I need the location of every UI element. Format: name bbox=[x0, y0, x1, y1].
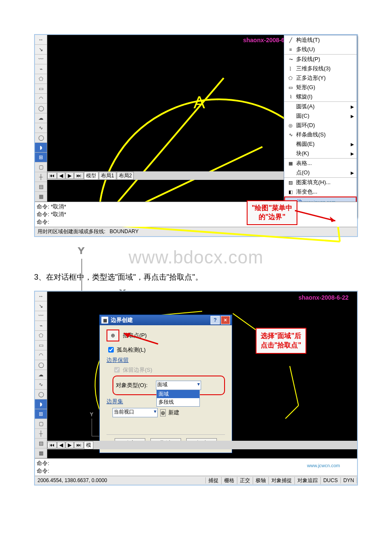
menu-polygon[interactable]: ⬠正多边形(Y) bbox=[284, 73, 357, 83]
menu-hatch[interactable]: ▨图案填充(H)... bbox=[284, 177, 357, 187]
tool-point-icon[interactable]: ┼ bbox=[35, 429, 47, 439]
tool-earc-icon[interactable]: ◗ bbox=[35, 143, 47, 153]
tool-arc-icon[interactable]: ◠ bbox=[35, 350, 47, 360]
menu-donut[interactable]: ◎圆环(D) bbox=[284, 121, 357, 130]
polar-toggle[interactable]: 极轴 bbox=[253, 477, 269, 484]
tool-region-icon[interactable]: ▦ bbox=[35, 448, 47, 458]
menu-table[interactable]: ▦表格... bbox=[284, 158, 357, 168]
ortho-toggle[interactable]: 正交 bbox=[237, 477, 253, 484]
command-window-2[interactable]: 命令: 命令: www.jcwcn.com bbox=[35, 458, 357, 476]
tab-nav-last[interactable]: ⏭ bbox=[74, 172, 84, 179]
menu-gradient[interactable]: ◧渐变色... bbox=[284, 187, 357, 197]
arrow-icon bbox=[295, 207, 342, 224]
otrack-toggle[interactable]: 对象追踪 bbox=[295, 477, 321, 484]
tab-nav-next[interactable]: ▶ bbox=[66, 172, 74, 179]
viewport-select[interactable]: 当前视口 ▾ bbox=[112, 408, 158, 417]
svg-text:Y: Y bbox=[90, 412, 93, 417]
tool-ray-icon[interactable]: ↘ bbox=[35, 45, 47, 55]
tool-point-icon[interactable]: ┼ bbox=[35, 172, 47, 182]
menu-3dpoly[interactable]: ⦚三维多段线(3) bbox=[284, 64, 357, 73]
checkbox-input[interactable] bbox=[108, 347, 114, 353]
drawing-canvas[interactable]: shaonx-2008-6-22 A X Y ⏮ ◀ bbox=[47, 35, 357, 180]
tab-nav-last[interactable]: ⏭ bbox=[74, 442, 84, 448]
tool-revcloud-icon[interactable]: ☁ bbox=[35, 113, 47, 123]
tab-layout1[interactable]: 布局1 bbox=[99, 172, 116, 180]
cmd-prompt: 命令: bbox=[37, 203, 49, 210]
layout-tabs-2: ⏮ ◀ ▶ ⏭ 模 bbox=[47, 441, 357, 449]
menu-polyline[interactable]: ⤳多段线(P) bbox=[284, 54, 357, 64]
tool-line-icon[interactable]: ↔ bbox=[35, 35, 47, 45]
drawing-canvas-2[interactable]: shaonx-2008-6-22 X Y ▦ 边界创建 bbox=[47, 292, 357, 449]
boundary-keep-group: 边界保留 bbox=[107, 356, 225, 364]
help-button-icon[interactable]: ? bbox=[210, 316, 220, 324]
tool-spline-icon[interactable]: ∿ bbox=[35, 123, 47, 133]
menu-xline[interactable]: ╱构造线(T) bbox=[284, 35, 357, 45]
menu-point[interactable]: 点(O)▶ bbox=[284, 168, 357, 177]
tab-model[interactable]: 模 bbox=[84, 441, 93, 449]
tool-arc-icon[interactable]: ◠ bbox=[35, 94, 47, 104]
tool-polygon-icon[interactable]: ⬠ bbox=[35, 74, 47, 84]
option-polyline[interactable]: 多段线 bbox=[157, 398, 199, 406]
ducs-toggle[interactable]: DUCS bbox=[321, 477, 341, 483]
close-button-icon[interactable]: × bbox=[221, 316, 230, 324]
tool-ellipse-icon[interactable]: ◯ bbox=[35, 390, 47, 399]
tab-model[interactable]: 模型 bbox=[84, 172, 98, 180]
tab-nav-first[interactable]: ⏮ bbox=[47, 172, 57, 179]
tool-region-icon[interactable]: ▦ bbox=[35, 192, 47, 202]
draw-toolbar: ↔ ↘ 〰 ⌁ ⬠ ▭ ◠ ◯ ☁ ∿ ◯ ◗ ⊞ ▢ ┼ ▤ ▦ bbox=[35, 35, 47, 202]
tab-nav-prev[interactable]: ◀ bbox=[57, 172, 65, 179]
draw-menu: ╱构造线(T) ≡多线(U) ⤳多段线(P) ⦚三维多段线(3) ⬠正多边形(Y… bbox=[284, 35, 357, 217]
menu-ellipse[interactable]: 椭圆(E)▶ bbox=[284, 139, 357, 149]
object-type-select[interactable]: 面域 ▾ 面域 多段线 bbox=[156, 381, 201, 390]
tool-hatch-icon[interactable]: ▤ bbox=[35, 182, 47, 192]
option-region[interactable]: 面域 bbox=[157, 390, 199, 398]
tool-ray-icon[interactable]: ↘ bbox=[35, 301, 47, 311]
draw-toolbar-2: ↔ ↘ 〰 ⌁ ⬠ ▭ ◠ ◯ ☁ ∿ ◯ ◗ ⊞ ▢ ┼ ▤ ▦ bbox=[35, 292, 47, 458]
tool-insert-icon[interactable]: ⊞ bbox=[35, 409, 47, 419]
menu-helix[interactable]: ⌇螺旋(I) bbox=[284, 92, 357, 101]
command-window[interactable]: 命令: *取消* 命令: *取消* 命令: "绘图"菜单中 的"边界" bbox=[35, 202, 357, 227]
tab-layout2[interactable]: 布局2 bbox=[117, 172, 134, 180]
tool-pline-icon[interactable]: ⌁ bbox=[35, 64, 47, 74]
tab-nav-prev[interactable]: ◀ bbox=[57, 442, 65, 448]
coords-display: 2006.4554, 1380.6637, 0.0000 bbox=[35, 477, 206, 483]
tool-rect-icon[interactable]: ▭ bbox=[35, 84, 47, 94]
new-pick-button[interactable]: ⊕ bbox=[160, 409, 166, 416]
tool-hatch-icon[interactable]: ▤ bbox=[35, 439, 47, 448]
menu-circle[interactable]: 圆(C)▶ bbox=[284, 111, 357, 121]
tab-nav-first[interactable]: ⏮ bbox=[47, 442, 57, 448]
tool-block-icon[interactable]: ▢ bbox=[35, 419, 47, 429]
svg-line-13 bbox=[290, 366, 299, 406]
tool-polygon-icon[interactable]: ⬠ bbox=[35, 331, 47, 341]
menu-mline[interactable]: ≡多线(U) bbox=[284, 45, 357, 54]
keep-boundary-checkbox: 保留边界(S) bbox=[112, 366, 225, 374]
pick-point-button[interactable]: ⊕ bbox=[107, 330, 119, 341]
menu-spline[interactable]: ∿样条曲线(S) bbox=[284, 130, 357, 139]
osnap-toggle[interactable]: 对象捕捉 bbox=[269, 477, 295, 484]
tool-revcloud-icon[interactable]: ☁ bbox=[35, 370, 47, 380]
dialog-title: 边界创建 bbox=[111, 316, 133, 324]
dyn-toggle[interactable]: DYN bbox=[341, 477, 357, 483]
menu-block[interactable]: 块(K)▶ bbox=[284, 149, 357, 158]
svg-text:Y: Y bbox=[78, 246, 84, 255]
dialog-titlebar[interactable]: ▦ 边界创建 ? × bbox=[100, 315, 232, 325]
tool-insert-icon[interactable]: ⊞ bbox=[35, 153, 47, 162]
snap-toggle[interactable]: 捕捉 bbox=[206, 477, 222, 484]
tool-circle-icon[interactable]: ◯ bbox=[35, 104, 47, 113]
grid-toggle[interactable]: 栅格 bbox=[222, 477, 237, 484]
tool-pline-icon[interactable]: ⌁ bbox=[35, 321, 47, 331]
tool-rect-icon[interactable]: ▭ bbox=[35, 341, 47, 350]
annotation-box: "绘图"菜单中 的"边界" bbox=[247, 200, 297, 225]
tab-nav-next[interactable]: ▶ bbox=[66, 442, 74, 448]
menu-rectangle[interactable]: ▭矩形(G) bbox=[284, 83, 357, 92]
tool-earc-icon[interactable]: ◗ bbox=[35, 399, 47, 409]
tool-xline-icon[interactable]: 〰 bbox=[35, 311, 47, 321]
tool-circle-icon[interactable]: ◯ bbox=[35, 360, 47, 370]
tool-xline-icon[interactable]: 〰 bbox=[35, 55, 47, 64]
tool-line-icon[interactable]: ↔ bbox=[35, 292, 47, 301]
tool-ellipse-icon[interactable]: ◯ bbox=[35, 133, 47, 143]
tool-block-icon[interactable]: ▢ bbox=[35, 162, 47, 172]
tool-spline-icon[interactable]: ∿ bbox=[35, 380, 47, 390]
annotation-box-2: 选择"面域"后 点击"拾取点" bbox=[256, 328, 306, 354]
menu-arc[interactable]: 圆弧(A)▶ bbox=[284, 101, 357, 111]
